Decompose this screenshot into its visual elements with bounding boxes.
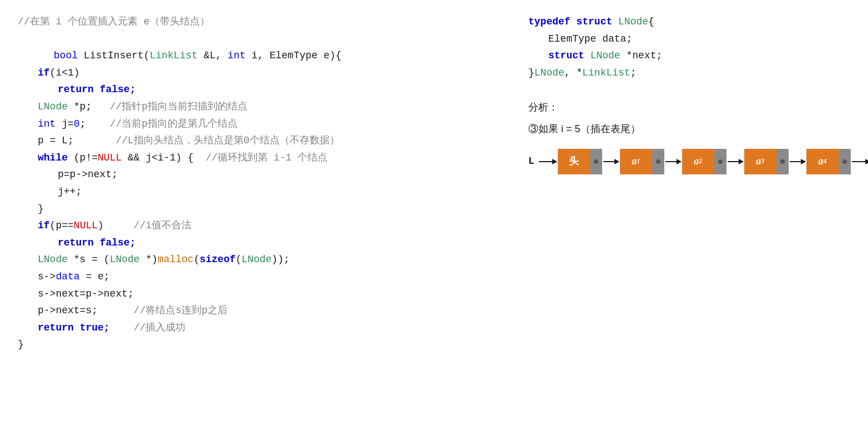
code-return-false-2: return false; <box>18 234 495 252</box>
kw-if: if <box>38 67 50 78</box>
code-s-data: s->data = e; <box>18 268 495 285</box>
kw-return-2: return <box>58 237 94 248</box>
code-while: while (p!=NULL && j<i-1) { //循环找到第 i-1 个… <box>18 149 495 167</box>
arrow-0 <box>539 161 557 162</box>
type-lnode-5: LNode <box>591 50 620 61</box>
code-return-false-1: return false; <box>18 81 495 98</box>
top-comment: //在第 i 个位置插入元素 e（带头结点） <box>18 13 495 31</box>
typedef-line-4: }LNode, *LinkList; <box>528 64 850 82</box>
node-data-head: 头 <box>558 149 590 174</box>
analysis-item: ③如果 i = 5（插在表尾） <box>528 121 850 138</box>
node-a1: a1 <box>620 149 664 174</box>
kw-return-1: return <box>58 84 94 95</box>
l-label: L <box>528 153 534 170</box>
code-if: if(i<1) <box>18 64 495 82</box>
code-p-next-s: p->next=s; //将结点s连到p之后 <box>18 302 495 319</box>
arrow-1 <box>603 161 619 162</box>
kw-struct: struct <box>576 16 612 27</box>
data-field: data <box>55 271 79 282</box>
code-malloc: LNode *s = (LNode *)malloc(sizeof(LNode)… <box>18 251 495 268</box>
null-2: NULL <box>74 220 98 231</box>
kw-false-2: false; <box>100 237 136 248</box>
code-line-func: bool ListInsert(LinkList &L, int i, Elem… <box>18 31 495 64</box>
kw-sizeof: sizeof <box>200 254 236 265</box>
num-0: 0 <box>74 118 80 129</box>
kw-if-2: if <box>38 220 50 231</box>
comment-null: //i值不合法 <box>134 220 191 231</box>
analysis-title: 分析： <box>528 99 850 116</box>
typedef-block: typedef struct LNode{ ElemType data; str… <box>528 13 850 81</box>
type-lnode-6: LNode <box>534 67 564 78</box>
code-close-func: } <box>18 336 495 353</box>
comment-s: //将结点s连到p之后 <box>134 305 228 316</box>
type-lnode-1: LNode <box>38 101 68 112</box>
kw-while: while <box>38 152 68 163</box>
code-s-next: s->next=p->next; <box>18 285 495 303</box>
type-lnode-3: LNode <box>110 254 140 265</box>
type-lnode-typedef: LNode <box>618 16 648 27</box>
type-lnode-4: LNode <box>241 254 271 265</box>
code-int-j: int j=0; //当前p指向的是第几个结点 <box>18 116 495 133</box>
linked-list: L 头 a1 <box>528 149 850 174</box>
code-p-eq-l: p = L; //L指向头结点，头结点是第0个结点（不存数据） <box>18 132 495 149</box>
left-code-panel: //在第 i 个位置插入元素 e（带头结点） bool ListInsert(L… <box>18 13 495 353</box>
code-j-pp: j++; <box>18 183 495 201</box>
comment-while: //循环找到第 i-1 个结点 <box>205 152 327 163</box>
comment-l: //L指向头结点，头结点是第0个结点（不存数据） <box>115 135 339 146</box>
arrow-2 <box>665 161 681 162</box>
kw-return-3: return <box>38 322 74 333</box>
arrow-3 <box>728 161 743 162</box>
analysis-section: 分析： ③如果 i = 5（插在表尾） <box>528 99 850 137</box>
type-lnode-2: LNode <box>38 254 68 265</box>
kw-int: int <box>228 50 245 61</box>
code-return-true: return true; //插入成功 <box>18 319 495 337</box>
type-linklist-2: LinkList <box>582 67 630 78</box>
node-data-a4: a4 <box>806 149 839 174</box>
kw-int-2: int <box>38 118 55 129</box>
code-p-next: p=p->next; <box>18 166 495 183</box>
comment-true: //插入成功 <box>134 322 186 333</box>
node-ptr-a2 <box>714 149 726 174</box>
kw-true: true; <box>80 322 110 333</box>
node-a3: a3 <box>744 149 789 174</box>
node-head: 头 <box>558 149 602 174</box>
kw-false-1: false; <box>100 84 136 95</box>
code-lnode-p: LNode *p; //指针p指向当前扫描到的结点 <box>18 98 495 116</box>
node-data-a1: a1 <box>620 149 652 174</box>
arrow-4 <box>790 161 805 162</box>
node-ptr-a4 <box>839 149 851 174</box>
null-1: NULL <box>98 152 122 163</box>
code-if-null: if(p==NULL) //i值不合法 <box>18 217 495 234</box>
node-ptr-a3 <box>776 149 789 174</box>
node-ptr-a1 <box>652 149 664 174</box>
typedef-line-3: struct LNode *next; <box>528 47 850 64</box>
typedef-line-1: typedef struct LNode{ <box>528 13 850 31</box>
node-data-a2: a2 <box>682 149 714 174</box>
fn-malloc: malloc <box>158 254 194 265</box>
typedef-line-2: ElemType data; <box>528 31 850 48</box>
main-layout: //在第 i 个位置插入元素 e（带头结点） bool ListInsert(L… <box>18 13 850 353</box>
code-close-while: } <box>18 201 495 218</box>
comment-p: //指针p指向当前扫描到的结点 <box>110 101 248 112</box>
kw-typedef: typedef <box>528 16 571 27</box>
node-a4: a4 <box>806 149 851 174</box>
type-linklist: LinkList <box>150 50 198 61</box>
node-data-a3: a3 <box>744 149 776 174</box>
node-ptr-head <box>590 149 602 174</box>
kw-bool: bool <box>54 50 78 61</box>
linked-list-diagram: L 头 a1 <box>528 149 850 174</box>
arrow-5 <box>852 161 868 162</box>
node-a2: a2 <box>682 149 726 174</box>
right-panel: typedef struct LNode{ ElemType data; str… <box>528 13 850 174</box>
kw-struct-2: struct <box>548 50 584 61</box>
comment-j: //当前p指向的是第几个结点 <box>110 118 238 129</box>
